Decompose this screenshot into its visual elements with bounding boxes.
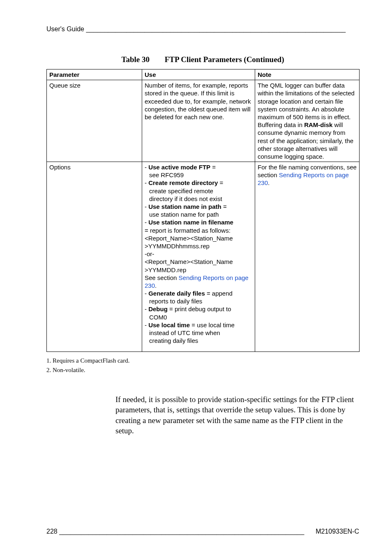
- cell-note-options: For the file naming conventions, see sec…: [255, 162, 360, 352]
- opt-name: Use station name in path: [148, 203, 221, 210]
- table-row: Queue size Number of items, for example,…: [47, 80, 360, 162]
- caption-title: FTP Client Parameters (Continued): [165, 55, 284, 64]
- opt-text: use station name for path: [145, 210, 252, 218]
- opt-text: = append: [205, 290, 233, 297]
- opt-text: = use local time: [190, 321, 235, 328]
- opt-name: Use station name in filename: [148, 219, 233, 226]
- table-header-row: Parameter Use Note: [47, 69, 360, 80]
- opt-text: >YYMMDD.rep: [145, 266, 252, 274]
- opt-text: >YYMMDDhhmmss.rep: [145, 242, 252, 250]
- opt-dash: -: [145, 290, 148, 297]
- cell-param-queue-size: Queue size: [47, 80, 142, 162]
- opt-name: Create remote directory: [148, 179, 218, 186]
- col-parameter: Parameter: [47, 69, 142, 80]
- opt-text: reports to daily files: [145, 297, 252, 305]
- opt-text: = print debug output to: [168, 305, 231, 312]
- note-text: .: [268, 179, 270, 186]
- opt-text: <Report_Name><Station_Name: [145, 258, 252, 266]
- options-list: - Use active mode FTP = see RFC959 - Cre…: [145, 163, 252, 350]
- opt-name: Debug: [148, 305, 168, 312]
- page-footer: 228 ____________________________________…: [46, 528, 359, 535]
- document-id: M210933EN-C: [316, 528, 359, 535]
- opt-text: instead of UTC time when: [145, 329, 252, 337]
- opt-text: directory if it does not exist: [145, 195, 252, 203]
- opt-name: Use local time: [148, 321, 190, 328]
- opt-dash: -: [145, 321, 148, 328]
- table-caption: Table 30 FTP Client Parameters (Continue…: [46, 55, 359, 64]
- parameters-table: Parameter Use Note Queue size Number of …: [46, 69, 360, 352]
- opt-dash: -: [145, 219, 148, 226]
- opt-name: Generate daily files: [148, 290, 205, 297]
- cell-note-queue-size: The QML logger can buffer data within th…: [255, 80, 360, 162]
- opt-name: Use active mode FTP: [148, 164, 210, 171]
- cell-use-options: - Use active mode FTP = see RFC959 - Cre…: [142, 162, 255, 352]
- opt-dash: -: [145, 164, 148, 171]
- opt-dash: -: [145, 203, 148, 210]
- body-paragraph: If needed, it is possible to provide sta…: [115, 394, 355, 435]
- opt-dash: -: [145, 179, 148, 186]
- opt-text: create specified remote: [145, 187, 252, 195]
- opt-text: See section: [145, 274, 179, 281]
- opt-text: =: [210, 164, 216, 171]
- opt-text: =: [218, 179, 223, 186]
- footer-fill: ________________________________________…: [58, 528, 304, 535]
- page-number: 228: [46, 528, 58, 535]
- footnote-2: 2. Non-volatile.: [46, 365, 359, 375]
- cell-param-options: Options: [47, 162, 142, 352]
- col-note: Note: [255, 69, 360, 80]
- opt-text: <Report_Name><Station_Name: [145, 234, 252, 242]
- running-header: User's Guide ___________________________…: [46, 25, 359, 33]
- page: User's Guide ___________________________…: [0, 0, 392, 555]
- opt-text: = report is formatted as follows:: [145, 227, 252, 234]
- note-ram-disk: RAM-disk: [304, 121, 332, 128]
- col-use: Use: [142, 69, 255, 80]
- opt-text: see RFC959: [145, 171, 252, 179]
- opt-text: COM0: [145, 313, 252, 321]
- opt-text: .: [155, 282, 157, 289]
- opt-text: -or-: [145, 250, 252, 258]
- caption-label: Table 30: [122, 55, 150, 64]
- opt-text: creating daily files: [145, 337, 252, 345]
- footnote-1: 1. Requires a CompactFlash card.: [46, 356, 359, 365]
- opt-text: =: [221, 203, 227, 210]
- opt-dash: -: [145, 305, 148, 312]
- footnotes: 1. Requires a CompactFlash card. 2. Non-…: [46, 356, 359, 375]
- table-row: Options - Use active mode FTP = see RFC9…: [47, 162, 360, 352]
- cell-use-queue-size: Number of items, for example, reports st…: [142, 80, 255, 162]
